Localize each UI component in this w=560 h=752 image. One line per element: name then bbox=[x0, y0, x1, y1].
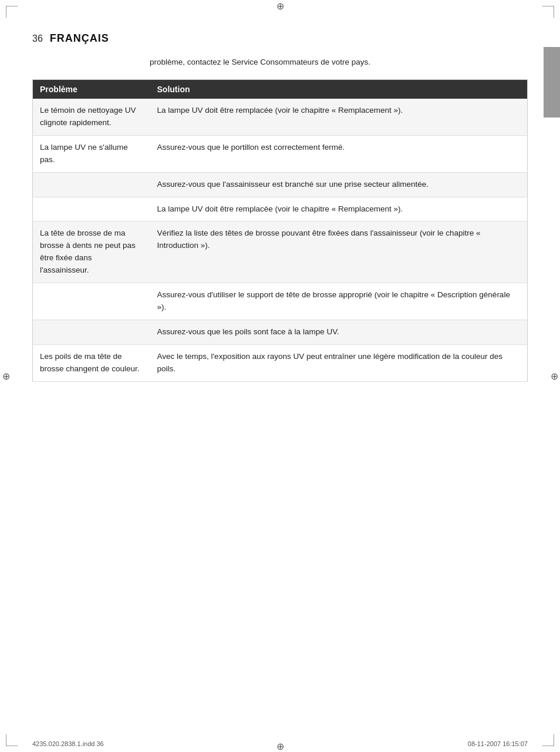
table-header-problem: Problème bbox=[33, 79, 150, 99]
intro-text: problème, contactez le Service Consommat… bbox=[150, 56, 528, 69]
footer-filename: 4235.020.2838.1.indd 36 bbox=[32, 740, 104, 747]
reg-mark-top bbox=[275, 1, 285, 11]
content-area: 36 FRANÇAIS problème, contactez le Servi… bbox=[32, 32, 528, 726]
page-number: 36 bbox=[32, 33, 43, 44]
table-cell-solution: Avec le temps, l'exposition aux rayons U… bbox=[150, 344, 528, 381]
table-row: Assurez-vous que les poils sont face à l… bbox=[33, 320, 528, 344]
table-header-solution: Solution bbox=[150, 79, 528, 99]
table-header-row: Problème Solution bbox=[33, 79, 528, 99]
corner-mark-bottom-right bbox=[542, 734, 554, 746]
table-row: Les poils de ma tête de brosse changent … bbox=[33, 344, 528, 381]
page-header: 36 FRANÇAIS bbox=[32, 32, 528, 45]
table-cell-problem bbox=[33, 320, 150, 344]
table-cell-solution: La lampe UV doit être remplacée (voir le… bbox=[150, 197, 528, 221]
table-row: Le témoin de nettoyage UV clignote rapid… bbox=[33, 99, 528, 135]
page-title: FRANÇAIS bbox=[50, 32, 109, 45]
table-cell-solution: Vérifiez la liste des têtes de brosse po… bbox=[150, 221, 528, 283]
table-cell-problem bbox=[33, 172, 150, 197]
footer-timestamp: 08-11-2007 16:15:07 bbox=[468, 740, 528, 747]
table-cell-problem: Le témoin de nettoyage UV clignote rapid… bbox=[33, 99, 150, 135]
table-cell-solution: Assurez-vous que l'assainisseur est bran… bbox=[150, 172, 528, 197]
reg-mark-left bbox=[1, 371, 11, 381]
table-row: Assurez-vous que l'assainisseur est bran… bbox=[33, 172, 528, 197]
table-cell-solution: Assurez-vous d'utiliser le support de tê… bbox=[150, 283, 528, 320]
table-row: La tête de brosse de ma brosse à dents n… bbox=[33, 221, 528, 283]
right-sidebar-bar bbox=[544, 47, 560, 118]
table-cell-solution: Assurez-vous que les poils sont face à l… bbox=[150, 320, 528, 344]
table-row: La lampe UV ne s'allume pas.Assurez-vous… bbox=[33, 135, 528, 172]
reg-mark-right bbox=[549, 371, 559, 381]
table-cell-solution: Assurez-vous que le portillon est correc… bbox=[150, 135, 528, 172]
table-cell-problem: La tête de brosse de ma brosse à dents n… bbox=[33, 221, 150, 283]
table-cell-solution: La lampe UV doit être remplacée (voir le… bbox=[150, 99, 528, 135]
table-cell-problem bbox=[33, 283, 150, 320]
corner-mark-top-left bbox=[6, 6, 18, 18]
page-container: 36 FRANÇAIS problème, contactez le Servi… bbox=[0, 0, 560, 752]
corner-mark-bottom-left bbox=[6, 734, 18, 746]
table-cell-problem: La lampe UV ne s'allume pas. bbox=[33, 135, 150, 172]
table-cell-problem bbox=[33, 197, 150, 221]
table-row: Assurez-vous d'utiliser le support de tê… bbox=[33, 283, 528, 320]
table-row: La lampe UV doit être remplacée (voir le… bbox=[33, 197, 528, 221]
troubleshoot-table: Problème Solution Le témoin de nettoyage… bbox=[32, 79, 528, 382]
page-footer: 4235.020.2838.1.indd 36 08-11-2007 16:15… bbox=[32, 740, 528, 747]
corner-mark-top-right bbox=[542, 6, 554, 18]
table-cell-problem: Les poils de ma tête de brosse changent … bbox=[33, 344, 150, 381]
